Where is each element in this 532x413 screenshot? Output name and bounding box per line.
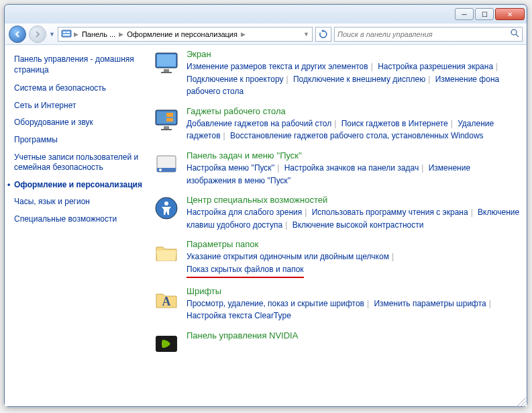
svg-rect-7 <box>157 54 176 66</box>
sidebar-item-clock[interactable]: Часы, язык и регион <box>14 197 142 208</box>
task-link[interactable]: Добавление гаджетов на рабочий стол <box>187 119 331 128</box>
search-input[interactable] <box>337 30 510 38</box>
svg-rect-2 <box>66 32 70 33</box>
back-button[interactable] <box>9 26 26 43</box>
svg-point-4 <box>511 30 517 35</box>
sidebar-item-programs[interactable]: Программы <box>14 135 142 146</box>
arrow-left-icon <box>13 30 21 38</box>
fonts-icon: A <box>153 286 180 313</box>
task-link[interactable]: Изменить параметры шрифта <box>374 299 486 308</box>
refresh-icon <box>319 30 328 39</box>
svg-line-5 <box>516 34 519 37</box>
chevron-right-icon[interactable]: ▶ <box>74 31 78 38</box>
task-link[interactable]: Указание открытия одиночным или двойным … <box>187 252 389 261</box>
window: ─ ☐ ✕ ▼ ▶ Панель ... ▶ Оформление и перс… <box>4 4 527 407</box>
chevron-right-icon[interactable]: ▶ <box>241 31 246 38</box>
breadcrumb-dropdown-icon[interactable]: ▼ <box>303 31 309 38</box>
gadgets-icon <box>153 106 180 133</box>
search-icon[interactable] <box>510 28 519 40</box>
category-title[interactable]: Центр специальных возможностей <box>187 195 521 205</box>
recent-dropdown-icon[interactable]: ▼ <box>49 31 55 38</box>
control-panel-icon <box>61 28 72 40</box>
category-title[interactable]: Панель управления NVIDIA <box>187 330 521 340</box>
content: Экран Изменение размеров текста и других… <box>149 45 527 406</box>
task-link[interactable]: Подключение к внешнему дисплею <box>293 75 425 84</box>
category-ease: Центр специальных возможностей Настройка… <box>153 195 521 231</box>
titlebar: ─ ☐ ✕ <box>5 5 527 24</box>
task-link[interactable]: Изменение размеров текста и других элеме… <box>187 62 368 71</box>
svg-rect-15 <box>161 129 172 130</box>
task-link[interactable]: Настройка для слабого зрения <box>187 208 302 217</box>
resize-grip-icon[interactable] <box>517 398 526 407</box>
taskbar-icon <box>153 150 180 177</box>
toolbar: ▼ ▶ Панель ... ▶ Оформление и персонализ… <box>5 24 527 45</box>
sidebar-item-appearance[interactable]: Оформление и персонализация <box>14 180 142 191</box>
chevron-right-icon[interactable]: ▶ <box>119 31 123 38</box>
category-folder: Параметры папок Указание открытия одиноч… <box>153 239 521 277</box>
breadcrumb[interactable]: ▶ Панель ... ▶ Оформление и персонализац… <box>58 27 313 42</box>
breadcrumb-segment[interactable]: Панель ... <box>81 30 117 38</box>
breadcrumb-segment[interactable]: Оформление и персонализация <box>125 30 239 38</box>
svg-rect-14 <box>164 126 169 129</box>
task-link[interactable]: Настройка значков на панели задач <box>284 163 419 173</box>
display-icon <box>153 49 180 76</box>
category-title[interactable]: Панель задач и меню ''Пуск'' <box>187 150 521 160</box>
sidebar-item-hardware[interactable]: Оборудование и звук <box>14 118 142 128</box>
task-link[interactable]: Включение высокой контрастности <box>292 220 424 230</box>
minimize-button[interactable]: ─ <box>455 8 474 20</box>
task-link[interactable]: Настройка разрешения экрана <box>378 62 493 71</box>
maximize-button[interactable]: ☐ <box>475 8 494 20</box>
search-box[interactable] <box>334 27 523 42</box>
svg-text:A: A <box>162 295 171 308</box>
category-taskbar: Панель задач и меню ''Пуск'' Настройка м… <box>153 150 521 187</box>
task-link[interactable]: Настройка меню ''Пуск'' <box>187 163 274 173</box>
nvidia-icon <box>153 330 180 357</box>
task-link[interactable]: Подключение к проектору <box>187 75 284 84</box>
sidebar-item-network[interactable]: Сеть и Интернет <box>14 101 142 111</box>
category-title[interactable]: Экран <box>187 49 521 59</box>
svg-point-20 <box>164 201 168 205</box>
svg-point-18 <box>159 169 162 171</box>
task-link-hidden-files[interactable]: Показ скрытых файлов и папок <box>187 265 304 274</box>
forward-button[interactable] <box>29 26 46 43</box>
task-link[interactable]: Настройка текста ClearType <box>187 311 291 320</box>
arrow-right-icon <box>34 30 42 38</box>
refresh-button[interactable] <box>315 27 331 42</box>
task-link[interactable]: Использовать программу чтения с экрана <box>312 208 468 217</box>
sidebar-item-system[interactable]: Система и безопасность <box>14 83 142 94</box>
task-link[interactable]: Просмотр, удаление, показ и скрытие шриф… <box>187 299 364 308</box>
category-title[interactable]: Параметры папок <box>187 239 521 249</box>
ease-icon <box>153 195 180 222</box>
svg-rect-8 <box>164 69 169 72</box>
sidebar-home[interactable]: Панель управления - домашняя страница <box>14 54 142 75</box>
task-link[interactable]: Поиск гаджетов в Интернете <box>341 119 448 128</box>
category-gadgets: Гаджеты рабочего стола Добавление гаджет… <box>153 106 521 142</box>
category-display: Экран Изменение размеров текста и других… <box>153 49 521 98</box>
sidebar-item-users[interactable]: Учетные записи пользователей и семейная … <box>14 152 142 173</box>
category-title[interactable]: Гаджеты рабочего стола <box>187 106 521 116</box>
svg-rect-0 <box>62 30 71 37</box>
category-nvidia: Панель управления NVIDIA <box>153 330 521 357</box>
sidebar: Панель управления - домашняя страница Си… <box>5 45 149 406</box>
category-fonts: A Шрифты Просмотр, удаление, показ и скр… <box>153 286 521 322</box>
folder-icon <box>153 239 180 266</box>
svg-rect-12 <box>166 113 173 117</box>
svg-rect-9 <box>161 72 172 73</box>
category-title[interactable]: Шрифты <box>187 286 521 296</box>
svg-rect-13 <box>166 118 173 122</box>
sidebar-item-accessibility[interactable]: Специальные возможности <box>14 214 142 225</box>
svg-rect-1 <box>63 32 66 33</box>
svg-rect-3 <box>63 34 70 36</box>
close-button[interactable]: ✕ <box>495 8 525 20</box>
task-link[interactable]: Восстановление гаджетов рабочего стола, … <box>230 131 484 140</box>
